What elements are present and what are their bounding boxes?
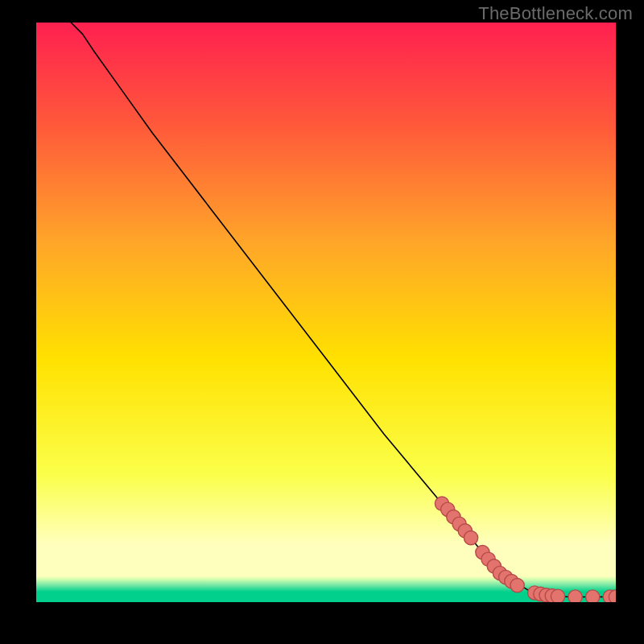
chart-frame: TheBottleneck.com (0, 0, 644, 644)
gradient-background (36, 23, 616, 602)
data-marker (464, 530, 477, 544)
watermark-text: TheBottleneck.com (478, 3, 633, 24)
data-marker (510, 578, 524, 592)
plot-area (36, 23, 616, 602)
data-marker (568, 590, 582, 602)
plot-svg (36, 23, 616, 602)
data-marker (551, 589, 564, 602)
data-marker (586, 590, 600, 602)
